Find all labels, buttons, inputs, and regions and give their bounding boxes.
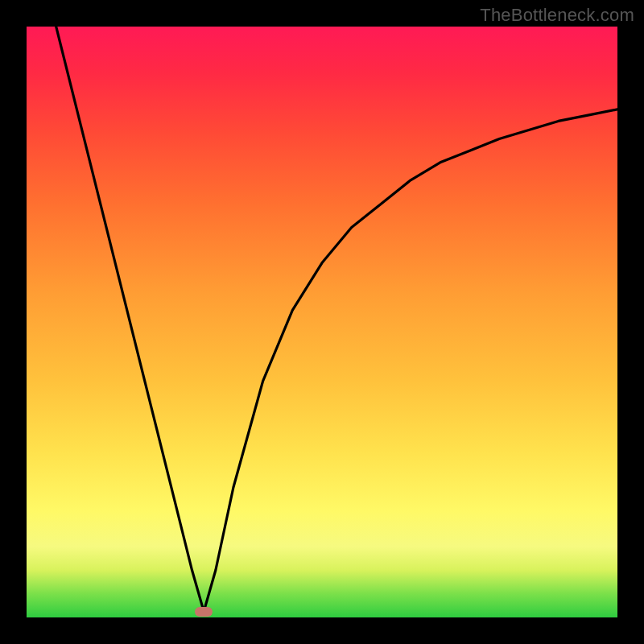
watermark-text: TheBottleneck.com [480,5,634,26]
plot-area [27,27,617,617]
minimum-marker [195,607,213,617]
bottleneck-curve [27,27,617,617]
chart-frame: TheBottleneck.com [0,0,644,644]
